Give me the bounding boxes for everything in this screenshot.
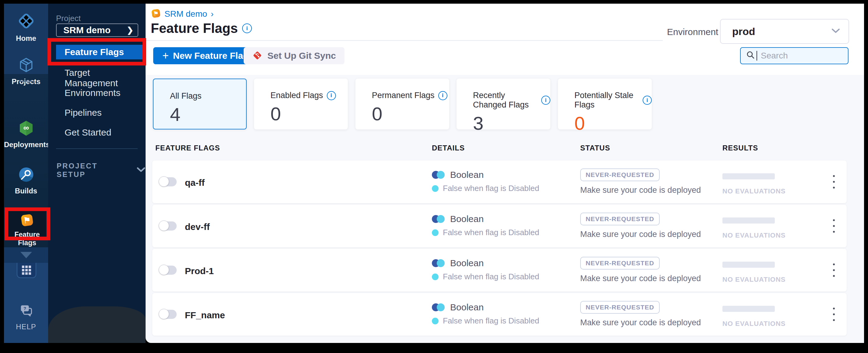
row-menu-button[interactable]: [828, 307, 840, 322]
default-rule: False when flag is Disabled: [443, 184, 539, 193]
environment-label: Environment: [667, 27, 718, 37]
card-label: Recently Changed Flags: [473, 91, 537, 110]
project-setup-section[interactable]: PROJECT SETUP: [57, 162, 146, 179]
flag-name[interactable]: FF_name: [185, 310, 225, 320]
sidebar-item-environments[interactable]: Environments: [65, 88, 120, 98]
git-sync-label: Set Up Git Sync: [268, 51, 336, 61]
flag-toggle[interactable]: [159, 177, 177, 186]
text-caret: [756, 51, 757, 61]
flag-name[interactable]: qa-ff: [185, 178, 205, 188]
project-name: SRM demo: [63, 25, 127, 35]
flag-toggle[interactable]: [159, 265, 177, 275]
breadcrumb[interactable]: ⚑ SRM demo ›: [151, 8, 214, 20]
rail-item-deployments[interactable]: ∞ Deployments: [4, 120, 48, 149]
chevron-down-icon: [136, 166, 146, 174]
setup-git-sync-button[interactable]: Set Up Git Sync: [244, 47, 344, 64]
boolean-type-icon: [432, 215, 446, 223]
flag-status: NEVER-REQUESTED Make sure your code is d…: [580, 301, 701, 327]
card-value: 3: [473, 114, 550, 133]
sidebar-divider: [56, 148, 138, 149]
flag-results: NO EVALUATIONS: [722, 262, 786, 284]
flag-results: NO EVALUATIONS: [722, 173, 786, 195]
results-bar: [722, 262, 775, 268]
rail-divider: [20, 81, 32, 82]
column-header-feature-flags: FEATURE FLAGS: [155, 144, 220, 152]
flag-row[interactable]: dev-ff Boolean False when flag is Disabl…: [152, 205, 847, 247]
card-potentially-stale-flags[interactable]: Potentially Stale Flags 0: [558, 78, 652, 129]
results-text: NO EVALUATIONS: [722, 231, 786, 239]
status-text: Make sure your code is deployed: [580, 186, 701, 195]
svg-text:∞: ∞: [23, 123, 29, 132]
page-title-row: Feature Flags: [151, 21, 252, 36]
info-icon[interactable]: [242, 24, 252, 33]
new-feature-flag-button[interactable]: + New Feature Flag: [153, 47, 258, 64]
project-setup-label: PROJECT SETUP: [57, 162, 128, 179]
search-box[interactable]: [740, 47, 848, 64]
card-label: All Flags: [170, 91, 202, 101]
rail-item-label: Builds: [4, 187, 48, 195]
status-text: Make sure your code is deployed: [580, 230, 701, 239]
status-badge: NEVER-REQUESTED: [580, 257, 660, 269]
flag-name[interactable]: dev-ff: [185, 222, 210, 232]
row-menu-button[interactable]: [828, 263, 840, 278]
home-icon: [4, 11, 48, 32]
info-icon[interactable]: [327, 91, 336, 100]
builds-icon: [4, 166, 48, 184]
chevron-right-icon: ❯: [127, 26, 133, 35]
sidebar-item-target-management[interactable]: Target Management: [65, 68, 146, 88]
flag-row[interactable]: Prod-1 Boolean False when flag is Disabl…: [152, 249, 847, 291]
flag-results: NO EVALUATIONS: [722, 218, 786, 239]
row-menu-button[interactable]: [828, 219, 840, 233]
environment-value: prod: [732, 26, 832, 37]
card-label: Enabled Flags: [271, 91, 323, 100]
project-selector[interactable]: SRM demo ❯: [56, 24, 138, 37]
sidebar-item-get-started[interactable]: Get Started: [65, 127, 111, 138]
card-permanent-flags[interactable]: Permanent Flags 0: [355, 78, 449, 129]
rail-item-label: Feature Flags: [8, 231, 46, 247]
variation-dot-icon: [432, 274, 439, 280]
flag-toggle[interactable]: [159, 310, 177, 319]
search-input[interactable]: [760, 51, 835, 61]
flag-details: Boolean False when flag is Disabled: [432, 302, 539, 326]
flag-name[interactable]: Prod-1: [185, 266, 214, 276]
svg-text:?: ?: [24, 306, 26, 311]
help-button[interactable]: ? HELP: [4, 304, 48, 331]
sidebar-item-feature-flags[interactable]: Feature Flags: [56, 45, 146, 59]
git-icon: [252, 50, 262, 62]
card-all-flags[interactable]: All Flags 4: [153, 78, 247, 129]
results-text: NO EVALUATIONS: [722, 276, 786, 284]
info-icon[interactable]: [643, 96, 652, 105]
flag-row[interactable]: FF_name Boolean False when flag is Disab…: [152, 293, 847, 335]
row-menu-button[interactable]: [828, 174, 840, 189]
variation-dot-icon: [432, 229, 439, 236]
chevron-down-icon[interactable]: [21, 252, 32, 258]
card-value: 0: [271, 104, 348, 123]
flag-results: NO EVALUATIONS: [722, 306, 786, 328]
flag-row[interactable]: qa-ff Boolean False when flag is Disable…: [152, 161, 847, 203]
rail-item-builds[interactable]: Builds: [4, 166, 48, 195]
main-content: ⚑ SRM demo › Feature Flags Environment p…: [146, 4, 864, 343]
rail-item-label: Home: [4, 34, 48, 43]
rail-item-home[interactable]: Home: [4, 11, 48, 43]
rail-item-label: Deployments: [4, 140, 48, 149]
flag-toggle[interactable]: [159, 221, 177, 231]
environment-select[interactable]: prod: [720, 19, 849, 44]
card-value: 4: [170, 105, 246, 124]
breadcrumb-project[interactable]: SRM demo: [164, 9, 207, 19]
status-badge: NEVER-REQUESTED: [580, 301, 660, 314]
svg-text:⚑: ⚑: [153, 10, 159, 17]
sidebar-item-pipelines[interactable]: Pipelines: [65, 107, 102, 118]
sidebar-decoration: [48, 307, 146, 343]
deployments-icon: ∞: [4, 120, 48, 138]
info-icon[interactable]: [438, 91, 447, 100]
breadcrumb-chevron-icon: ›: [211, 9, 214, 19]
card-label: Potentially Stale Flags: [575, 91, 639, 110]
status-badge: NEVER-REQUESTED: [580, 213, 660, 225]
rail-item-feature-flags[interactable]: ⚑ Feature Flags: [8, 211, 46, 237]
flag-status: NEVER-REQUESTED Make sure your code is d…: [580, 168, 701, 195]
card-enabled-flags[interactable]: Enabled Flags 0: [254, 78, 348, 129]
app-launcher-button[interactable]: [17, 263, 36, 278]
flag-type: Boolean: [450, 302, 484, 313]
info-icon[interactable]: [541, 96, 550, 105]
card-recently-changed-flags[interactable]: Recently Changed Flags 3: [457, 78, 550, 129]
